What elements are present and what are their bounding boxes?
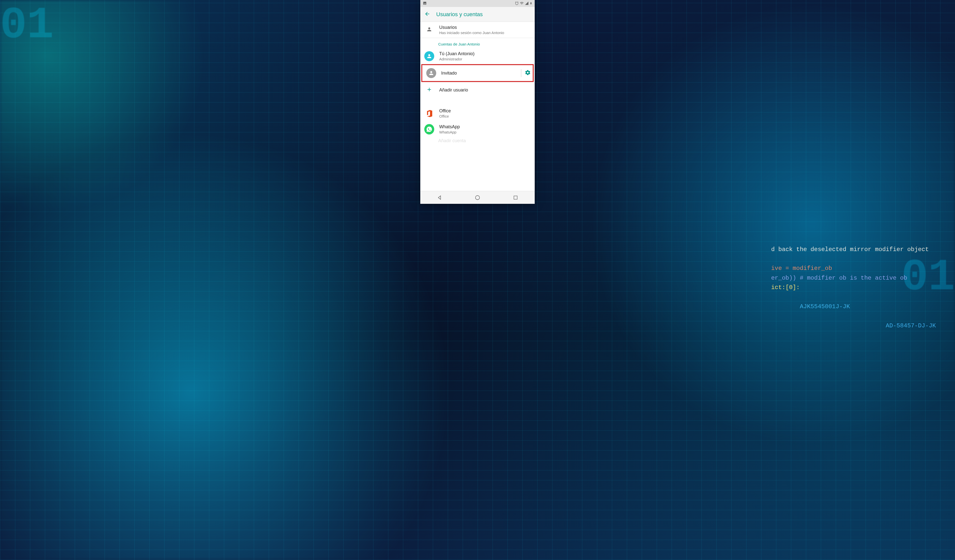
svg-rect-1 — [514, 196, 517, 199]
app-bar: Usuarios y cuentas — [420, 7, 535, 22]
phone-frame: Usuarios y cuentas Usuarios Has iniciado… — [420, 0, 535, 204]
user-guest-title: Invitado — [441, 70, 531, 76]
person-icon — [426, 27, 432, 33]
alarm-icon — [515, 1, 519, 6]
section-header-accounts: Cuentas de Juan Antonio — [420, 38, 535, 48]
highlighted-guest-box: Invitado — [421, 64, 534, 82]
add-user-label: Añadir usuario — [439, 87, 531, 93]
office-title: Office — [439, 108, 531, 114]
signal-icon — [525, 1, 529, 6]
user-you-subtitle: Administrador — [439, 57, 531, 61]
users-title: Usuarios — [439, 25, 531, 30]
wifi-icon — [520, 1, 524, 6]
nav-recent-button[interactable] — [508, 193, 523, 203]
add-user-row[interactable]: Añadir usuario — [420, 82, 535, 98]
nav-back-button[interactable] — [432, 193, 447, 203]
user-guest-row[interactable]: Invitado — [422, 65, 533, 81]
user-you-row[interactable]: Tú (Juan Antonio) Administrador — [420, 48, 535, 64]
status-bar — [420, 0, 535, 7]
whatsapp-subtitle: WhatsApp — [439, 130, 531, 134]
avatar-you-icon — [424, 51, 434, 61]
nav-home-button[interactable] — [470, 193, 485, 203]
content-scroll[interactable]: Usuarios Has iniciado sesión como Juan A… — [420, 22, 535, 191]
vertical-divider — [521, 69, 521, 77]
account-office-row[interactable]: Office Office — [420, 105, 535, 121]
gear-icon[interactable] — [525, 70, 531, 76]
svg-point-0 — [476, 195, 480, 200]
battery-icon — [530, 1, 532, 6]
bg-code-snippet: d back the deselected mirror modifier ob… — [771, 235, 936, 340]
account-whatsapp-row[interactable]: WhatsApp WhatsApp — [420, 121, 535, 137]
image-icon — [423, 1, 427, 6]
bg-number-right: 01 — [901, 252, 955, 303]
users-header-row[interactable]: Usuarios Has iniciado sesión como Juan A… — [420, 22, 535, 38]
whatsapp-title: WhatsApp — [439, 124, 531, 129]
office-icon — [425, 109, 434, 118]
bg-number-left: 01 — [0, 0, 54, 51]
back-button[interactable] — [424, 11, 430, 18]
navigation-bar — [420, 191, 535, 204]
page-title: Usuarios y cuentas — [436, 11, 483, 18]
whatsapp-icon — [424, 124, 434, 134]
add-account-partial: Añadir cuenta — [420, 137, 535, 142]
user-you-title: Tú (Juan Antonio) — [439, 51, 531, 56]
avatar-guest-icon — [426, 68, 436, 78]
users-subtitle: Has iniciado sesión como Juan Antonio — [439, 31, 531, 35]
office-subtitle: Office — [439, 114, 531, 118]
plus-icon — [426, 86, 432, 94]
